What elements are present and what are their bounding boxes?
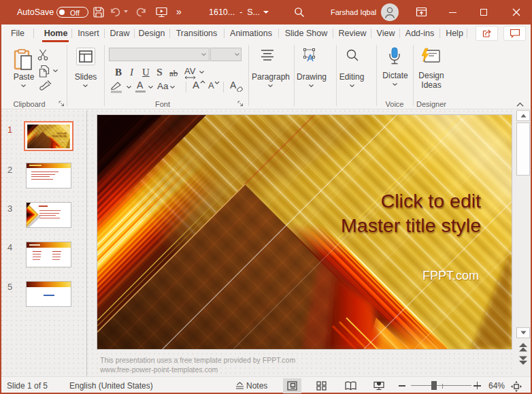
svg-text:FPPT.com: FPPT.com bbox=[422, 269, 479, 282]
svg-text:A: A bbox=[307, 52, 314, 62]
svg-text:Click to edit: Click to edit bbox=[381, 190, 481, 212]
svg-text:Master title style: Master title style bbox=[341, 214, 481, 236]
